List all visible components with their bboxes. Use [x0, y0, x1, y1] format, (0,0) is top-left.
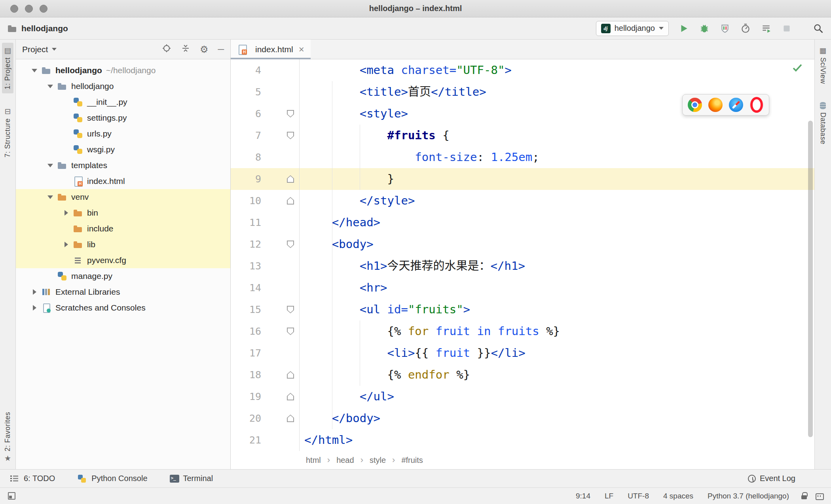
tree-expand-arrow[interactable] [44, 85, 57, 88]
tree-item-wsgi-py[interactable]: wsgi.py [16, 142, 230, 157]
tree-expand-arrow[interactable] [28, 305, 41, 311]
code-text[interactable]: {% for fruit in fruits %} [300, 320, 560, 342]
fold-marker[interactable] [282, 299, 299, 320]
gutter-line-9[interactable]: 9 [231, 168, 300, 190]
safari-browser-icon[interactable] [729, 98, 743, 112]
tree-item-lib[interactable]: lib [16, 237, 230, 252]
tab-index-html[interactable]: index.html × [231, 40, 311, 59]
tree-item-scratches-and-consoles[interactable]: Scratches and Consoles [16, 300, 230, 316]
gutter-line-13[interactable]: 13 [231, 255, 300, 277]
status-9-14[interactable]: 9:14 [576, 492, 590, 500]
gutter-line-7[interactable]: 7 [231, 125, 300, 146]
code-text[interactable]: </body> [300, 407, 380, 429]
tree-item-external-libraries[interactable]: External Libraries [16, 284, 230, 300]
gutter-line-8[interactable]: 8 [231, 146, 300, 168]
tree-item-hellodjango[interactable]: hellodjango [16, 78, 230, 94]
inspections-ok-icon[interactable] [791, 62, 803, 75]
gutter-line-5[interactable]: 5 [231, 81, 300, 103]
locate-file-icon[interactable] [162, 44, 171, 55]
close-tab-icon[interactable]: × [299, 45, 304, 54]
gutter-line-20[interactable]: 20 [231, 407, 300, 429]
gutter-line-19[interactable]: 19 [231, 386, 300, 407]
gear-icon[interactable]: ⚙ [200, 45, 209, 54]
tree-item-index-html[interactable]: index.html [16, 173, 230, 189]
tool-stripe-database[interactable]: Database [817, 98, 829, 148]
code-text[interactable]: <style> [300, 103, 408, 125]
editor-scrollbar[interactable] [808, 121, 813, 437]
fold-marker[interactable] [282, 233, 299, 255]
search-everywhere-icon[interactable] [813, 23, 824, 34]
code-editor[interactable]: 4 <meta charset="UTF-8">5 <title>首页</tit… [231, 59, 814, 451]
tree-expand-arrow[interactable] [44, 195, 57, 199]
code-text[interactable]: <ul id="fruits"> [300, 299, 470, 320]
toolwindow-python-console[interactable]: Python Console [77, 474, 147, 483]
tool-stripe-structure[interactable]: ⊟ 7: Structure [2, 104, 13, 161]
fold-marker[interactable] [282, 190, 299, 212]
firefox-browser-icon[interactable] [708, 98, 723, 112]
stop-button[interactable] [781, 23, 792, 34]
status-utf-8[interactable]: UTF-8 [628, 492, 649, 500]
code-text[interactable]: </style> [300, 190, 415, 212]
gutter-line-15[interactable]: 15 [231, 299, 300, 320]
gutter-line-17[interactable]: 17 [231, 342, 300, 364]
gutter-line-18[interactable]: 18 [231, 364, 300, 386]
run-with-console-button[interactable] [761, 23, 772, 34]
hide-panel-icon[interactable]: ─ [218, 44, 224, 55]
code-text[interactable]: </html> [300, 429, 353, 451]
fold-marker[interactable] [282, 364, 299, 386]
fold-marker[interactable] [282, 125, 299, 146]
code-text[interactable]: #fruits { [300, 125, 450, 146]
tool-stripe-favorites[interactable]: 2: Favorites ★ [2, 408, 13, 466]
tool-stripe-sciview[interactable]: ▦ SciView [817, 43, 829, 88]
gutter-line-10[interactable]: 10 [231, 190, 300, 212]
tree-expand-arrow[interactable] [44, 164, 57, 167]
code-text[interactable]: <title>首页</title> [300, 81, 486, 103]
code-text[interactable]: <hr> [300, 277, 387, 299]
gutter-line-14[interactable]: 14 [231, 277, 300, 299]
gutter-line-12[interactable]: 12 [231, 233, 300, 255]
fold-marker[interactable] [282, 407, 299, 429]
chrome-browser-icon[interactable] [688, 98, 702, 112]
tree-item-urls-py[interactable]: urls.py [16, 126, 230, 142]
tool-stripe-project[interactable]: ▤ 1: Project [2, 43, 13, 93]
code-text[interactable]: font-size: 1.25em; [300, 146, 539, 168]
toolwindow-6-todo[interactable]: 6: TODO [9, 474, 55, 483]
tree-item-include[interactable]: include [16, 221, 230, 237]
tree-item-settings-py[interactable]: settings.py [16, 110, 230, 126]
gutter-line-6[interactable]: 6 [231, 103, 300, 125]
breadcrumb-head[interactable]: head [336, 456, 354, 465]
code-text[interactable]: <meta charset="UTF-8"> [300, 59, 512, 81]
tree-item-templates[interactable]: templates [16, 157, 230, 173]
toolwindow-event-log[interactable]: Event Log [748, 474, 795, 483]
project-breadcrumb[interactable]: hellodjango [7, 24, 68, 33]
code-text[interactable]: {% endfor %} [300, 364, 470, 386]
highlighting-level-icon[interactable] [815, 492, 823, 500]
code-text[interactable]: <h1>今天推荐的水果是：</h1> [300, 255, 525, 277]
toolwindow-switcher-icon[interactable] [8, 492, 15, 500]
breadcrumb-fruits[interactable]: #fruits [401, 456, 423, 465]
collapse-all-icon[interactable] [181, 44, 190, 55]
tree-expand-arrow[interactable] [59, 210, 73, 216]
tree-item-init-py[interactable]: __init__.py [16, 94, 230, 110]
debug-button[interactable] [699, 23, 710, 34]
run-button[interactable] [678, 23, 689, 34]
fold-marker[interactable] [282, 320, 299, 342]
lock-icon[interactable] [801, 492, 807, 500]
code-text[interactable]: </ul> [300, 386, 394, 407]
tree-expand-arrow[interactable] [59, 242, 73, 247]
opera-browser-icon[interactable] [749, 98, 764, 112]
tree-item-manage-py[interactable]: manage.py [16, 268, 230, 284]
tree-item-venv[interactable]: venv [16, 189, 230, 205]
project-view-chevron-icon[interactable] [52, 48, 57, 51]
run-configuration-select[interactable]: dj hellodjango [596, 21, 669, 36]
gutter-line-4[interactable]: 4 [231, 59, 300, 81]
code-text[interactable]: </head> [300, 212, 380, 233]
breadcrumb-html[interactable]: html [306, 456, 321, 465]
gutter-line-11[interactable]: 11 [231, 212, 300, 233]
status-4-spaces[interactable]: 4 spaces [663, 492, 693, 500]
fold-marker[interactable] [282, 168, 299, 190]
code-text[interactable]: <li>{{ fruit }}</li> [300, 342, 526, 364]
gutter-line-16[interactable]: 16 [231, 320, 300, 342]
tree-expand-arrow[interactable] [28, 289, 41, 295]
tree-item-pyvenv-cfg[interactable]: pyvenv.cfg [16, 252, 230, 268]
